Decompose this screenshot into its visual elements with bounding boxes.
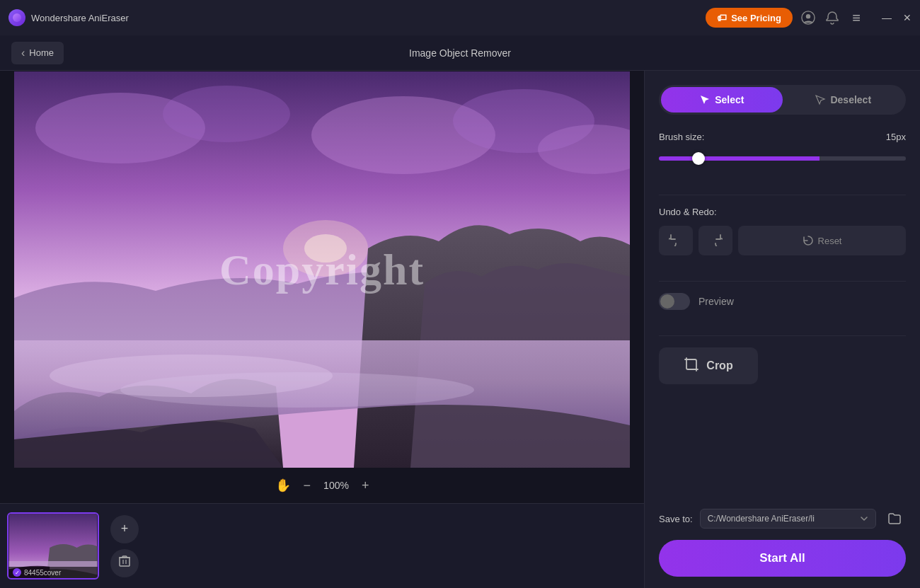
canvas-wrapper[interactable]: Copyright [0, 71, 644, 468]
brush-size-label-row: Brush size: 15px [659, 132, 906, 142]
save-to-label: Save to: [659, 514, 693, 524]
dropdown-chevron-icon [860, 514, 868, 523]
thumbnail-label: ✓ 84455cover [8, 567, 98, 578]
canvas-image [14, 71, 630, 468]
zoom-level: 100% [323, 480, 349, 491]
profile-icon[interactable] [801, 11, 815, 25]
crop-button[interactable]: Crop [659, 347, 758, 384]
main-content: Copyright ✋ − 100% + [0, 71, 920, 588]
undo-redo-section: Undo & Redo: [659, 207, 906, 255]
redo-icon [708, 232, 723, 250]
deselect-button[interactable]: Deselect [783, 87, 904, 113]
preview-toggle[interactable] [659, 293, 690, 310]
titlebar: Wondershare AniEraser 🏷 See Pricing ≡ — … [0, 0, 920, 35]
save-area: Save to: C:/Wondershare AniEraser/li Sta… [659, 507, 906, 577]
svg-point-5 [163, 86, 290, 142]
deselect-label: Deselect [830, 94, 871, 105]
select-deselect-toggle: Select Deselect [659, 85, 906, 115]
canvas-controls: ✋ − 100% + [0, 468, 644, 503]
back-chevron-icon: ‹ [21, 47, 25, 59]
undo-redo-controls: Reset [659, 226, 906, 255]
delete-icon [118, 555, 131, 571]
undo-icon [669, 232, 683, 250]
start-all-label: Start All [759, 551, 805, 565]
save-path-dropdown[interactable]: C:/Wondershare AniEraser/li [700, 509, 876, 529]
svg-point-2 [806, 14, 810, 18]
menu-icon[interactable]: ≡ [849, 11, 863, 25]
right-panel: Select Deselect Brush size: 15px Undo & … [644, 71, 920, 588]
folder-icon [887, 512, 902, 526]
svg-point-12 [120, 372, 474, 408]
thumbnail-strip: ✓ 84455cover + [0, 503, 644, 588]
start-all-button[interactable]: Start All [659, 540, 906, 577]
save-to-row: Save to: C:/Wondershare AniEraser/li [659, 507, 906, 530]
app-logo [8, 9, 25, 26]
see-pricing-label: See Pricing [731, 13, 781, 23]
close-button[interactable]: ✕ [903, 13, 912, 23]
open-folder-button[interactable] [883, 507, 906, 530]
toggle-knob [660, 294, 674, 309]
select-label: Select [715, 94, 744, 105]
strip-actions: + [110, 515, 139, 577]
zoom-in-button[interactable]: + [362, 478, 369, 493]
divider-3 [659, 335, 906, 336]
preview-row: Preview [659, 293, 906, 310]
notification-icon[interactable] [825, 11, 839, 25]
preview-label: Preview [698, 296, 734, 307]
delete-file-button[interactable] [110, 549, 139, 577]
svg-point-10 [304, 234, 347, 263]
home-button[interactable]: ‹ Home [11, 42, 64, 64]
crop-label: Crop [706, 359, 732, 372]
plus-icon: + [362, 478, 369, 492]
thumbnail-checkmark: ✓ [13, 568, 21, 577]
brush-size-section: Brush size: 15px [659, 132, 906, 163]
image-canvas: Copyright [14, 71, 630, 468]
page-title: Image Object Remover [409, 47, 511, 59]
undo-button[interactable] [659, 226, 693, 255]
undo-redo-label: Undo & Redo: [659, 207, 717, 217]
divider-2 [659, 281, 906, 282]
divider-1 [659, 195, 906, 195]
brush-size-slider[interactable] [659, 156, 906, 161]
save-path-text: C:/Wondershare AniEraser/li [708, 514, 815, 524]
minus-icon: − [304, 478, 311, 492]
zoom-out-button[interactable]: − [304, 478, 311, 493]
see-pricing-button[interactable]: 🏷 See Pricing [706, 8, 793, 28]
brush-size-value: 15px [886, 132, 906, 142]
crop-icon [684, 357, 699, 375]
navbar: ‹ Home Image Object Remover [0, 35, 920, 71]
thumbnail-item[interactable]: ✓ 84455cover [7, 512, 99, 580]
pricing-tag-icon: 🏷 [717, 12, 727, 23]
select-button[interactable]: Select [661, 87, 783, 113]
add-file-button[interactable]: + [110, 515, 139, 543]
minimize-button[interactable]: — [882, 13, 892, 23]
hand-icon: ✋ [275, 478, 291, 492]
svg-rect-14 [120, 558, 130, 566]
reset-label: Reset [818, 236, 842, 246]
home-label: Home [29, 47, 54, 58]
undo-redo-label-row: Undo & Redo: [659, 207, 906, 217]
svg-point-0 [13, 13, 21, 22]
redo-button[interactable] [698, 226, 732, 255]
reset-button[interactable]: Reset [738, 226, 906, 255]
hand-tool-button[interactable]: ✋ [275, 478, 291, 493]
brush-size-label: Brush size: [659, 132, 704, 142]
titlebar-icons: ≡ — ✕ [801, 11, 912, 25]
window-controls: — ✕ [882, 13, 912, 23]
canvas-area: Copyright ✋ − 100% + [0, 71, 644, 588]
add-icon: + [121, 521, 129, 536]
thumbnail-filename: 84455cover [24, 569, 61, 577]
app-title: Wondershare AniEraser [31, 13, 706, 23]
